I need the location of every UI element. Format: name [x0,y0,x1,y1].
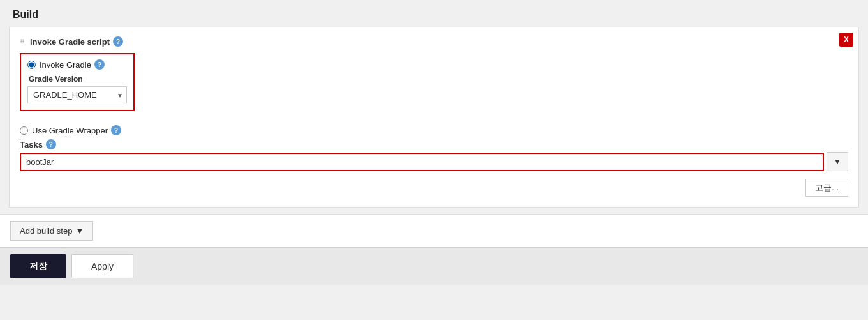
build-card: ⠿ Invoke Gradle script ? X Invoke Gradle… [9,27,859,208]
section-title: Build [0,0,868,27]
bottom-bar: 저장 Apply [0,247,868,285]
invoke-gradle-radio[interactable] [27,61,36,69]
tasks-label: Tasks [20,140,43,149]
card-title: Invoke Gradle script [30,37,110,47]
page-wrapper: Build ⠿ Invoke Gradle script ? X Invoke … [0,0,868,320]
advanced-btn-row: 고급... [20,179,848,197]
footer-bar: Add build step ▼ [0,214,868,247]
use-gradle-wrapper-label[interactable]: Use Gradle Wrapper [32,126,108,135]
tasks-input-wrapper [20,153,824,171]
tasks-label-row: Tasks ? [20,139,848,149]
drag-handle[interactable]: ⠿ [20,38,25,45]
use-gradle-wrapper-radio[interactable] [20,126,28,135]
invoke-gradle-help-icon[interactable]: ? [94,59,105,70]
add-build-step-label: Add build step [20,226,72,236]
invoke-gradle-radio-row: Invoke Gradle ? [27,59,127,70]
card-help-icon[interactable]: ? [113,36,123,47]
add-build-step-button[interactable]: Add build step ▼ [10,221,93,241]
tasks-input-row: ▼ [20,152,848,171]
gradle-version-select[interactable]: GRADLE_HOME Default Custom [27,86,127,103]
invoke-gradle-section: Invoke Gradle ? Gradle Version GRADLE_HO… [20,53,135,111]
invoke-gradle-label[interactable]: Invoke Gradle [40,60,91,70]
gradle-version-label: Gradle Version [27,75,127,84]
add-build-step-arrow-icon: ▼ [75,226,84,236]
tasks-help-icon[interactable]: ? [46,139,56,149]
use-gradle-wrapper-help-icon[interactable]: ? [111,125,121,135]
gradle-version-select-wrapper: GRADLE_HOME Default Custom ▼ [27,86,127,103]
save-button[interactable]: 저장 [10,254,66,278]
advanced-button[interactable]: 고급... [805,179,848,197]
use-gradle-wrapper-row: Use Gradle Wrapper ? [20,125,848,135]
apply-button[interactable]: Apply [71,254,133,278]
close-button[interactable]: X [839,33,853,47]
tasks-input[interactable] [21,154,823,170]
card-header: ⠿ Invoke Gradle script ? [20,36,848,47]
tasks-dropdown-button[interactable]: ▼ [827,152,848,171]
